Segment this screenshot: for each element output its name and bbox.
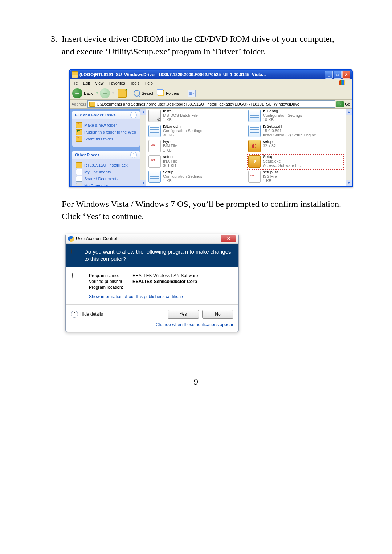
uac-body: Program name:REALTEK Wireless LAN Softwa… bbox=[66, 267, 238, 303]
menu-favorites[interactable]: Favorites bbox=[109, 81, 125, 85]
forward-button[interactable]: → bbox=[100, 88, 110, 98]
menu-bar: File Edit View Favorites Tools Help bbox=[70, 79, 352, 87]
step-text: Insert device driver CDROM into the CD/D… bbox=[62, 33, 341, 58]
step-number: 3. bbox=[51, 33, 62, 58]
scroll-up-icon[interactable]: ▴ bbox=[140, 109, 146, 115]
file-item-uninstall[interactable]: UnInstallMS-DOS Batch File1 KB bbox=[148, 185, 245, 186]
computer-icon bbox=[76, 183, 82, 186]
window-title: (LOGO)RTL8191_SU_WindowsDriver_1086.7.12… bbox=[79, 72, 324, 77]
menu-file[interactable]: File bbox=[72, 81, 78, 85]
back-label[interactable]: Back bbox=[84, 91, 93, 95]
change-notifications-link[interactable]: Change when these notifications appear bbox=[156, 322, 233, 327]
sidebar-item-mycomputer[interactable]: My Computer bbox=[76, 183, 136, 186]
scroll-up-icon[interactable]: ▴ bbox=[346, 109, 352, 115]
maximize-button[interactable]: □ bbox=[334, 71, 342, 79]
separator bbox=[66, 304, 238, 305]
uac-footer: ˄ Hide details Yes No bbox=[66, 306, 238, 321]
pane-header[interactable]: Other Places ˆ bbox=[72, 151, 140, 159]
address-input[interactable]: C:\Documents and Settings\home user\Desk… bbox=[87, 100, 335, 108]
file-name: ISConfig bbox=[263, 109, 302, 113]
file-icon bbox=[248, 155, 261, 168]
close-button[interactable]: ✕ bbox=[221, 235, 236, 242]
file-type: Configuration Settings bbox=[163, 174, 202, 178]
file-item-isconfig[interactable]: ISConfigConfiguration Settings10 KB bbox=[248, 109, 345, 123]
file-name: Uninstall.iss bbox=[263, 185, 284, 186]
file-scrollbar[interactable]: ▴ ▾ bbox=[346, 109, 352, 186]
sidebar-item-shared[interactable]: Shared Documents bbox=[76, 176, 136, 182]
windows-flag-icon bbox=[339, 80, 345, 85]
go-button-icon[interactable]: → bbox=[336, 101, 344, 107]
publish-folder-link[interactable]: Publish this folder to the Web bbox=[76, 129, 136, 135]
uac-question-band: Do you want to allow the following progr… bbox=[66, 244, 238, 267]
minimize-button[interactable]: _ bbox=[325, 71, 333, 79]
address-path: C:\Documents and Settings\home user\Desk… bbox=[97, 102, 299, 106]
address-dropdown-icon[interactable]: ˅ bbox=[330, 102, 334, 106]
menu-edit[interactable]: Edit bbox=[83, 81, 90, 85]
yes-button[interactable]: Yes bbox=[168, 310, 199, 319]
menu-tools[interactable]: Tools bbox=[130, 81, 140, 85]
collapse-icon[interactable]: ˆ bbox=[130, 112, 137, 118]
scroll-down-icon[interactable]: ▾ bbox=[140, 180, 146, 186]
explorer-titlebar[interactable]: (LOGO)RTL8191_SU_WindowsDriver_1086.7.12… bbox=[70, 70, 352, 79]
go-label[interactable]: Go bbox=[345, 102, 350, 106]
file-icon bbox=[248, 110, 261, 122]
pane-header[interactable]: File and Folder Tasks ˆ bbox=[72, 111, 140, 119]
toolbar-separator bbox=[131, 89, 131, 98]
file-icon bbox=[248, 140, 261, 152]
make-new-folder-link[interactable]: Make a new folder bbox=[76, 122, 136, 128]
file-item-setup-iss[interactable]: setup.issISS File1 KB bbox=[248, 170, 345, 184]
back-button[interactable]: ← bbox=[72, 88, 82, 98]
scroll-down-icon[interactable]: ▾ bbox=[346, 180, 352, 186]
file-item-install[interactable]: InstallMS-DOS Batch File1 KB bbox=[148, 109, 245, 123]
program-shield-icon bbox=[72, 273, 84, 286]
file-item-layout[interactable]: layoutBIN File1 KB bbox=[148, 139, 245, 154]
file-size: InstallShield (R) Setup Engine bbox=[263, 133, 316, 137]
toolbar-separator-2 bbox=[185, 89, 185, 98]
location-label: Program location: bbox=[89, 285, 132, 290]
no-button[interactable]: No bbox=[202, 310, 233, 319]
file-item-uninstall-iss[interactable]: Uninstall.issISS File1 KB bbox=[248, 185, 345, 186]
file-folder-tasks-pane: File and Folder Tasks ˆ Make a new folde… bbox=[72, 111, 140, 147]
file-type: 15.0.0.591 bbox=[263, 128, 316, 133]
collapse-icon[interactable]: ˆ bbox=[130, 152, 137, 158]
file-name: setup.iss bbox=[263, 170, 278, 174]
file-size: 1 KB bbox=[263, 178, 278, 183]
file-item-issetup-dll[interactable]: ISSetup.dll15.0.0.591InstallShield (R) S… bbox=[248, 124, 345, 139]
file-list-area: ▴ ▾ InstallMS-DOS Batch File1 KBISConfig… bbox=[146, 109, 352, 186]
search-icon bbox=[134, 90, 140, 97]
certificate-link[interactable]: Show information about this publisher's … bbox=[89, 294, 184, 299]
sidebar-scrollbar[interactable]: ▴ ▾ bbox=[140, 109, 146, 186]
up-button[interactable] bbox=[118, 89, 127, 98]
folders-button[interactable]: Folders bbox=[158, 90, 179, 96]
file-icon bbox=[148, 125, 161, 137]
uac-titlebar[interactable]: User Account Control ✕ bbox=[66, 234, 238, 244]
publisher-value: REALTEK Semiconductor Corp bbox=[132, 279, 197, 284]
file-name: UnInstall bbox=[163, 185, 198, 186]
file-item-setup[interactable]: setupINX File301 KB bbox=[148, 155, 245, 169]
step-3: 3. Insert device driver CDROM into the C… bbox=[51, 33, 341, 58]
folders-icon bbox=[158, 90, 164, 96]
sidebar-item-mydocs[interactable]: My Documents bbox=[76, 169, 136, 175]
file-name: Setup bbox=[163, 170, 202, 174]
views-button[interactable]: ▦▾ bbox=[188, 90, 196, 97]
file-type: 32 x 32 bbox=[263, 144, 276, 148]
file-item-islanguni[interactable]: ISLangUniConfiguration Settings30 KB bbox=[148, 124, 245, 139]
sidebar-item-installpack[interactable]: RTL8191SU_InstallPack bbox=[76, 162, 136, 168]
menu-view[interactable]: View bbox=[95, 81, 104, 85]
file-item-setup[interactable]: setup32 x 32 bbox=[248, 139, 345, 154]
forward-dropdown[interactable]: ▼ bbox=[110, 91, 116, 95]
search-button[interactable]: Search bbox=[134, 90, 154, 97]
share-folder-link[interactable]: Share this folder bbox=[76, 136, 136, 142]
shield-icon bbox=[71, 249, 80, 262]
file-item-setup[interactable]: SetupSetup.exeAcresso Software Inc. bbox=[248, 155, 345, 169]
hide-details-toggle[interactable]: ˄ Hide details bbox=[71, 311, 103, 318]
instruction-text-2: For Windows Vista / Windows 7 OS, you’ll… bbox=[62, 198, 341, 223]
file-item-setup[interactable]: SetupConfiguration Settings1 KB bbox=[148, 170, 245, 184]
shield-icon bbox=[68, 236, 74, 242]
menu-help[interactable]: Help bbox=[144, 81, 153, 85]
close-button[interactable]: X bbox=[342, 71, 350, 79]
explorer-sidebar: ▴ ▾ File and Folder Tasks ˆ Make a new f… bbox=[70, 109, 146, 186]
other-places-pane: Other Places ˆ RTL8191SU_InstallPack My … bbox=[72, 151, 140, 186]
back-dropdown[interactable]: ▼ bbox=[94, 91, 100, 95]
program-name-value: REALTEK Wireless LAN Software bbox=[132, 273, 198, 278]
